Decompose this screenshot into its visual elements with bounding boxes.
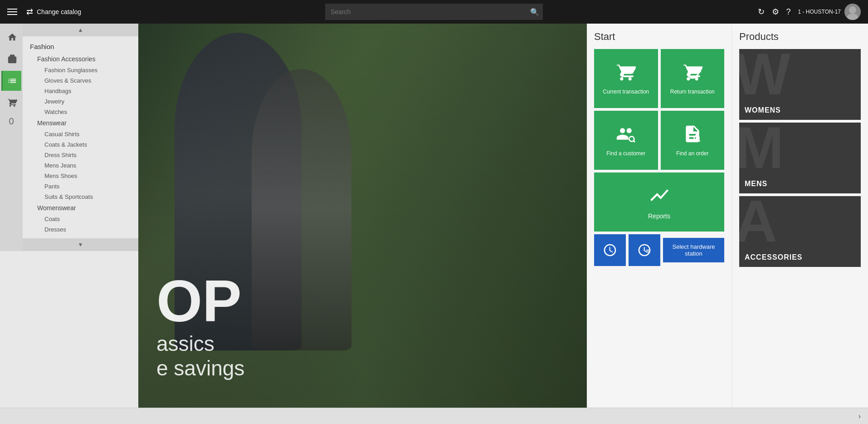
- cart-badge: 0: [7, 114, 15, 128]
- sidebar-subitem-fashion-sunglasses[interactable]: Fashion Sunglasses: [23, 65, 138, 75]
- sidebar-subitem-mens-shoes[interactable]: Mens Shoes: [23, 171, 138, 181]
- nav-catalog-icon[interactable]: [1, 49, 21, 69]
- find-customer-icon: [616, 124, 636, 148]
- return-transaction-label: Return transaction: [670, 89, 715, 95]
- start-panel: Start Current transaction Return transac…: [587, 24, 732, 408]
- search-input[interactable]: [325, 4, 543, 20]
- products-panel: Products W WOMENS M MENS A ACCESSORIES: [732, 24, 868, 408]
- reports-tile[interactable]: Reports: [594, 173, 724, 232]
- sidebar-item-womenswear[interactable]: Womenswear: [23, 202, 138, 214]
- return-transaction-icon: [683, 62, 702, 86]
- sidebar-item-fashion-accessories[interactable]: Fashion Accessories: [23, 53, 138, 65]
- nav-cart-icon[interactable]: [1, 93, 21, 113]
- find-order-icon: [683, 124, 702, 148]
- sidebar-section-fashion[interactable]: Fashion: [23, 40, 138, 53]
- return-transaction-tile[interactable]: Return transaction: [661, 49, 725, 108]
- main-layout: 0 ▲ Fashion Fashion Accessories Fashion …: [0, 24, 868, 408]
- sidebar-subitem-mens-jeans[interactable]: Mens Jeans: [23, 160, 138, 171]
- sidebar: 0 ▲ Fashion Fashion Accessories Fashion …: [0, 24, 138, 408]
- menu-button[interactable]: [7, 9, 17, 15]
- svg-point-2: [629, 136, 634, 141]
- scroll-down-button[interactable]: ▼: [23, 238, 138, 251]
- find-customer-label: Find a customer: [606, 150, 645, 157]
- time-list-tile[interactable]: [629, 234, 660, 266]
- svg-point-0: [849, 6, 856, 14]
- current-transaction-icon: [616, 62, 636, 86]
- sidebar-subitem-watches[interactable]: Watches: [23, 107, 138, 117]
- product-tile-accessories-label: ACCESSORIES: [745, 253, 802, 261]
- svg-line-5: [699, 140, 700, 142]
- product-tile-bg-m: M: [739, 123, 784, 177]
- products-title: Products: [739, 31, 861, 43]
- product-tile-womens[interactable]: W WOMENS: [739, 49, 861, 120]
- sidebar-nav-icons: 0: [0, 24, 23, 251]
- sidebar-subitem-dresses[interactable]: Dresses: [23, 224, 138, 235]
- product-tile-bg-a: A: [739, 196, 777, 251]
- product-tile-mens-label: MENS: [745, 180, 767, 188]
- sidebar-subitem-gloves-scarves[interactable]: Gloves & Scarves: [23, 75, 138, 86]
- help-button[interactable]: ?: [786, 7, 791, 17]
- settings-button[interactable]: ⚙: [772, 7, 779, 17]
- sidebar-subitem-pants[interactable]: Pants: [23, 181, 138, 192]
- sidebar-subitem-coats[interactable]: Coats: [23, 214, 138, 224]
- user-info: 1 - HOUSTON-17: [798, 4, 861, 20]
- nav-list-icon[interactable]: [1, 71, 21, 91]
- hero-overlay: OP assics e savings: [156, 275, 244, 380]
- hero-sub-text2: e savings: [156, 356, 244, 380]
- select-hardware-label: Select hardware station: [668, 243, 719, 257]
- sidebar-subitem-casual-shirts[interactable]: Casual Shirts: [23, 129, 138, 139]
- current-transaction-tile[interactable]: Current transaction: [594, 49, 658, 108]
- refresh-button[interactable]: ↻: [758, 7, 765, 17]
- nav-home-icon[interactable]: [1, 27, 21, 47]
- change-catalog-button[interactable]: ⇄ Change catalog: [23, 5, 85, 19]
- right-panel: Start Current transaction Return transac…: [587, 24, 868, 408]
- sidebar-subitem-coats-jackets[interactable]: Coats & Jackets: [23, 139, 138, 150]
- store-id: 1 - HOUSTON-17: [798, 9, 841, 15]
- avatar: [844, 4, 861, 20]
- search-wrapper: 🔍: [325, 4, 543, 20]
- sidebar-subitem-handbags[interactable]: Handbags: [23, 86, 138, 96]
- search-icon[interactable]: 🔍: [530, 8, 539, 16]
- reports-label: Reports: [648, 212, 670, 220]
- product-tiles: W WOMENS M MENS A ACCESSORIES: [739, 49, 861, 267]
- sidebar-subitem-jewelry[interactable]: Jewelry: [23, 96, 138, 107]
- scroll-up-button[interactable]: ▲: [23, 24, 138, 36]
- find-order-tile[interactable]: Find an order: [661, 111, 725, 170]
- current-transaction-label: Current transaction: [603, 89, 649, 95]
- scroll-right-button[interactable]: ›: [858, 412, 861, 420]
- sidebar-subitem-suits-sportcoats[interactable]: Suits & Sportcoats: [23, 192, 138, 202]
- product-tile-womens-label: WOMENS: [745, 106, 781, 114]
- hero-image-area: OP assics e savings: [138, 24, 587, 408]
- time-tile[interactable]: [594, 234, 626, 266]
- start-tiles-grid: Current transaction Return transaction: [594, 49, 724, 232]
- bottom-tiles: Select hardware station: [594, 234, 724, 266]
- product-tile-bg-w: W: [739, 49, 790, 104]
- svg-line-3: [634, 141, 635, 142]
- sidebar-tree: ▲ Fashion Fashion Accessories Fashion Su…: [23, 24, 138, 251]
- find-customer-tile[interactable]: Find a customer: [594, 111, 658, 170]
- sidebar-item-menswear[interactable]: Menswear: [23, 117, 138, 129]
- product-tile-mens[interactable]: M MENS: [739, 123, 861, 193]
- product-tile-accessories[interactable]: A ACCESSORIES: [739, 196, 861, 267]
- find-order-label: Find an order: [676, 150, 708, 157]
- hero-sub-text1: assics: [156, 331, 244, 356]
- start-title: Start: [594, 31, 724, 43]
- bottom-bar: ›: [0, 408, 868, 424]
- select-hardware-tile[interactable]: Select hardware station: [663, 238, 724, 262]
- reports-icon: [649, 184, 670, 210]
- sidebar-subitem-dress-shirts[interactable]: Dress Shirts: [23, 150, 138, 160]
- topbar: ⇄ Change catalog 🔍 ↻ ⚙ ? 1 - HOUSTON-17: [0, 0, 868, 24]
- hero-big-text: OP: [156, 275, 244, 328]
- svg-point-1: [847, 14, 858, 20]
